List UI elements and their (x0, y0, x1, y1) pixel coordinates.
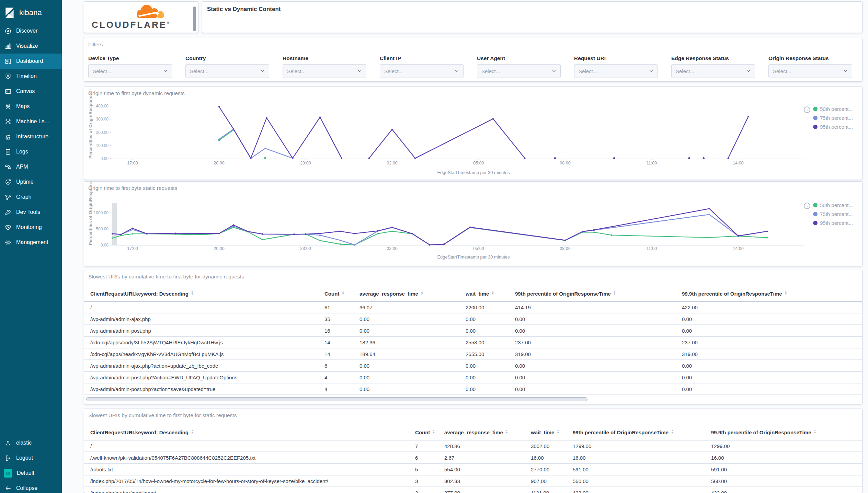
kibana-logo[interactable]: kibana (0, 0, 62, 21)
sort-icon[interactable]: ▲▼ (432, 429, 435, 434)
filter-select-origin-response-status[interactable]: Select... (768, 64, 852, 78)
chevron-down-icon (163, 68, 168, 74)
sidebar-item-monitoring[interactable]: Monitoring (0, 220, 62, 235)
filter-select-client-ip[interactable]: Select... (380, 64, 464, 78)
panel-vertical-scrollbar[interactable] (193, 7, 196, 31)
sort-icon[interactable]: ▲▼ (421, 290, 423, 295)
sidebar-item-apm[interactable]: APM (0, 159, 62, 174)
sidebar-item-timelion[interactable]: Timelion (0, 69, 62, 84)
value-cell: 5 (415, 463, 444, 475)
sidebar-item-label: Machine Le... (16, 118, 49, 125)
sidebar-item-label: elastic (16, 440, 32, 446)
data-point (132, 228, 133, 229)
discover-icon (4, 27, 12, 35)
sort-icon[interactable]: ▲▼ (191, 290, 194, 295)
column-header-wait_time[interactable]: wait_time▲▼ (466, 286, 515, 301)
y-tick-label: 100.00 (96, 143, 108, 148)
column-header-99th[interactable]: 99th percentile of OriginResponseTime▲▼ (515, 286, 682, 301)
sort-icon[interactable]: ▲▼ (557, 429, 559, 434)
column-header-clientrequesturi.keyword[interactable]: ClientRequestURI.keyword: Descending▲▼ (84, 425, 415, 440)
dynamic-slowest-uris-table-panel: Slowest URIs by cumulative time to first… (84, 270, 863, 404)
legend-item-50th[interactable]: 50th percent... (813, 202, 853, 208)
x-tick-label: 17:00 (127, 246, 138, 251)
filter-select-country[interactable]: Select... (185, 64, 269, 78)
value-cell: 0.00 (682, 395, 862, 397)
sidebar-item-label: Timelion (16, 73, 37, 79)
sidebar-item-management[interactable]: Management (0, 235, 62, 250)
sidebar: kibana DiscoverVisualizeDashboardTimelio… (0, 0, 62, 493)
filter-select-request-uri[interactable]: Select... (574, 64, 658, 78)
legend-toggle-button[interactable]: › (804, 203, 810, 209)
column-header-label: Count (415, 429, 430, 435)
data-point (391, 129, 393, 130)
uri-cell: /index.php/2017/05/14/how-i-owned-my-mot… (84, 475, 415, 487)
column-header-wait_time[interactable]: wait_time▲▼ (531, 425, 573, 440)
filter-select-device-type[interactable]: Select... (88, 64, 172, 78)
value-cell: 0.00 (466, 313, 515, 325)
markdown-title-panel: Static vs Dynamic Content (202, 1, 863, 33)
table-scroll-area: ClientRequestURI.keyword: Descending▲▼Co… (84, 286, 862, 397)
y-tick-label: 0.00 (101, 243, 109, 248)
column-header-average_response_time[interactable]: average_response_time▲▼ (444, 425, 531, 440)
value-cell: 6 (324, 360, 359, 371)
column-header-99.9th[interactable]: 99.9th percentile of OriginResponseTime▲… (711, 425, 862, 440)
sidebar-item-label: Logs (16, 149, 28, 155)
sort-icon[interactable]: ▲▼ (784, 290, 787, 295)
data-point (688, 157, 690, 159)
legend-item-95th[interactable]: 95th percent... (813, 124, 853, 130)
sort-icon[interactable]: ▲▼ (613, 290, 616, 295)
sort-icon[interactable]: ▲▼ (342, 290, 344, 295)
legend-toggle-button[interactable]: › (804, 106, 810, 113)
x-tick-label: 05:00 (473, 161, 484, 165)
sidebar-item-discover[interactable]: Discover (0, 23, 62, 38)
sidebar-item-logs[interactable]: Logs (0, 144, 62, 159)
sidebar-item-visualize[interactable]: Visualize (0, 38, 62, 54)
legend-item-50th[interactable]: 50th percent... (813, 106, 853, 112)
legend-item-95th[interactable]: 95th percent... (813, 220, 853, 226)
data-point (305, 233, 306, 235)
sidebar-item-uptime[interactable]: Uptime (0, 174, 62, 190)
data-point (738, 235, 739, 237)
filter-select-edge-response-status[interactable]: Select... (671, 64, 755, 78)
sidebar-nav: DiscoverVisualizeDashboardTimelionCanvas… (0, 23, 62, 250)
sort-icon[interactable]: ▲▼ (671, 429, 674, 434)
sidebar-item-label: Collapse (16, 485, 37, 491)
legend-item-75th[interactable]: 75th percent... (813, 211, 853, 217)
column-header-count[interactable]: Count▲▼ (324, 286, 359, 301)
legend-item-75th[interactable]: 75th percent... (813, 115, 853, 121)
sidebar-item-canvas[interactable]: Canvas (0, 84, 62, 99)
column-header-99.9th[interactable]: 99.9th percentile of OriginResponseTime▲… (682, 286, 862, 301)
table-row: /index.php/author/camiliame/3377.001131.… (84, 487, 862, 493)
column-header-99th[interactable]: 99th percentile of OriginResponseTime▲▼ (573, 425, 711, 440)
sidebar-item-dashboard[interactable]: Dashboard (0, 54, 62, 69)
sort-icon[interactable]: ▲▼ (191, 429, 194, 434)
sort-icon[interactable]: ▲▼ (505, 429, 508, 434)
value-cell: 414.19 (515, 301, 682, 313)
filter-select-hostname[interactable]: Select... (283, 64, 366, 78)
data-point (593, 229, 595, 231)
sidebar-item-elastic[interactable]: elastic (0, 435, 62, 450)
filter-select-user-agent[interactable]: Select... (477, 64, 561, 78)
sort-icon[interactable]: ▲▼ (813, 429, 816, 434)
filter-label: Edge Response Status (671, 55, 755, 61)
sidebar-item-graph[interactable]: Graph (0, 190, 62, 205)
sidebar-item-machine-le[interactable]: Machine Le... (0, 114, 62, 129)
select-placeholder: Select... (579, 68, 597, 74)
table-horizontal-scrollbar[interactable] (86, 397, 587, 401)
sort-icon[interactable]: ▲▼ (491, 290, 494, 295)
sidebar-item-default[interactable]: DDefault (0, 466, 62, 481)
legend-color-dot (813, 116, 818, 120)
column-header-average_response_time[interactable]: average_response_time▲▼ (359, 286, 466, 301)
data-point (112, 238, 113, 239)
value-cell: 3 (415, 487, 444, 493)
select-placeholder: Select... (481, 68, 500, 74)
sidebar-item-infrastructure[interactable]: Infrastructure (0, 129, 62, 144)
data-point (354, 244, 355, 245)
sidebar-item-logout[interactable]: Logout (0, 450, 62, 466)
sidebar-item-maps[interactable]: Maps (0, 99, 62, 114)
column-header-count[interactable]: Count▲▼ (415, 425, 444, 440)
sidebar-item-dev-tools[interactable]: Dev Tools (0, 205, 62, 220)
sidebar-item-collapse[interactable]: Collapse (0, 481, 62, 493)
data-point (593, 231, 595, 233)
column-header-clientrequesturi.keyword[interactable]: ClientRequestURI.keyword: Descending▲▼ (84, 286, 324, 301)
